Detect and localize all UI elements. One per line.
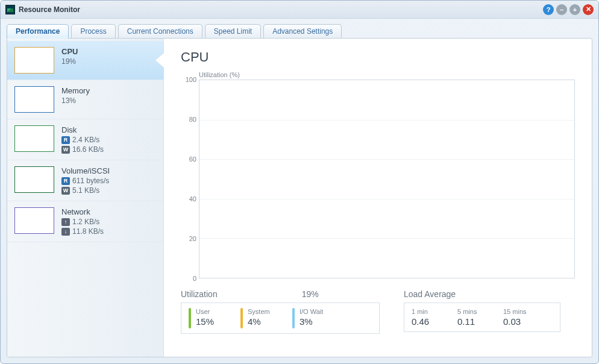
page-title: CPU bbox=[181, 49, 575, 65]
utilization-box: User 15% System 4% bbox=[181, 303, 380, 334]
maximize-button[interactable]: + bbox=[569, 4, 580, 15]
y-tick: 100 bbox=[186, 76, 196, 83]
color-bar-system bbox=[240, 308, 243, 328]
metric-system: System 4% bbox=[240, 308, 284, 328]
tab-current-connections[interactable]: Current Connections bbox=[118, 24, 202, 39]
utilization-section: Utilization 19% User 15% bbox=[181, 289, 380, 334]
y-tick: 80 bbox=[189, 116, 196, 123]
sidebar-item-stat: 19% bbox=[61, 57, 78, 66]
metric-user: User 15% bbox=[189, 308, 232, 328]
read-icon: R bbox=[61, 177, 70, 185]
y-tick: 40 bbox=[189, 195, 196, 202]
sidebar-item-title: Disk bbox=[61, 125, 104, 134]
y-tick: 0 bbox=[193, 275, 196, 282]
load-average-section: Load Average 1 min 0.46 5 mins 0.11 15 m… bbox=[404, 289, 560, 334]
tab-process[interactable]: Process bbox=[71, 24, 115, 39]
sidebar-item-network[interactable]: Network ↑ 1.2 KB/s ↓ 11.8 KB/s bbox=[7, 201, 163, 242]
sidebar-item-title: CPU bbox=[61, 47, 78, 56]
app-icon bbox=[5, 5, 15, 14]
load-average-header-label: Load Average bbox=[404, 289, 456, 299]
chart-axis-label: Utilization (%) bbox=[199, 71, 575, 78]
loadavg-1min: 1 min 0.46 bbox=[412, 308, 447, 327]
loadavg-5min: 5 mins 0.11 bbox=[457, 308, 492, 327]
main-panel: CPU Utilization (%) 100 80 60 40 20 0 bbox=[164, 39, 592, 357]
sidebar-item-title: Network bbox=[61, 207, 104, 216]
sidebar-item-stat: W 5.1 KB/s bbox=[61, 186, 110, 195]
sidebar-item-title: Memory bbox=[61, 86, 90, 95]
help-button[interactable]: ? bbox=[543, 4, 554, 15]
sidebar-item-stat: 13% bbox=[61, 96, 90, 105]
color-bar-io-wait bbox=[292, 308, 295, 328]
cpu-utilization-chart: 100 80 60 40 20 0 bbox=[181, 80, 575, 278]
sidebar-item-stat: R 611 bytes/s bbox=[61, 177, 110, 185]
stats-row: Utilization 19% User 15% bbox=[181, 289, 575, 334]
tab-performance[interactable]: Performance bbox=[7, 24, 69, 39]
metric-io-wait: I/O Wait 3% bbox=[292, 308, 336, 328]
titlebar: Resource Monitor ? – + ✕ bbox=[1, 1, 598, 19]
sidebar-item-stat: W 16.6 KB/s bbox=[61, 145, 104, 154]
tabs: Performance Process Current Connections … bbox=[1, 19, 598, 38]
window-title: Resource Monitor bbox=[19, 5, 80, 14]
read-icon: R bbox=[61, 136, 70, 144]
utilization-header-label: Utilization bbox=[181, 289, 218, 299]
y-tick: 20 bbox=[189, 235, 196, 242]
close-button[interactable]: ✕ bbox=[583, 4, 594, 15]
sidebar-item-title: Volume/iSCSI bbox=[61, 166, 110, 175]
thumbnail-icon bbox=[14, 47, 54, 74]
sidebar-item-volume-iscsi[interactable]: Volume/iSCSI R 611 bytes/s W 5.1 KB/s bbox=[7, 160, 163, 201]
utilization-header-value: 19% bbox=[302, 289, 319, 299]
sidebar-item-stat: ↑ 1.2 KB/s bbox=[61, 218, 104, 226]
client-area: CPU 19% Memory 13% Disk bbox=[7, 38, 592, 357]
upload-icon: ↑ bbox=[61, 218, 70, 226]
sidebar-item-stat: ↓ 11.8 KB/s bbox=[61, 227, 104, 236]
chart-plot-area bbox=[199, 80, 575, 278]
sidebar-item-stat: R 2.4 KB/s bbox=[61, 136, 104, 144]
sidebar-item-disk[interactable]: Disk R 2.4 KB/s W 16.6 KB/s bbox=[7, 119, 163, 160]
y-tick: 60 bbox=[189, 155, 196, 163]
chart-y-axis: 100 80 60 40 20 0 bbox=[181, 80, 199, 278]
color-bar-user bbox=[189, 308, 191, 328]
tab-speed-limit[interactable]: Speed Limit bbox=[205, 24, 261, 39]
minimize-button[interactable]: – bbox=[556, 4, 567, 15]
sidebar: CPU 19% Memory 13% Disk bbox=[7, 39, 164, 357]
tab-advanced-settings[interactable]: Advanced Settings bbox=[263, 24, 342, 39]
thumbnail-icon bbox=[14, 125, 54, 152]
loadavg-15min: 15 mins 0.03 bbox=[503, 308, 538, 327]
thumbnail-icon bbox=[14, 86, 54, 113]
window-controls: ? – + ✕ bbox=[543, 4, 594, 15]
download-icon: ↓ bbox=[61, 228, 70, 236]
load-average-box: 1 min 0.46 5 mins 0.11 15 mins 0.03 bbox=[404, 303, 560, 332]
write-icon: W bbox=[61, 146, 70, 154]
resource-monitor-window: Resource Monitor ? – + ✕ Performance Pro… bbox=[0, 0, 599, 364]
sidebar-item-memory[interactable]: Memory 13% bbox=[7, 80, 163, 119]
sidebar-item-cpu[interactable]: CPU 19% bbox=[7, 41, 163, 80]
thumbnail-icon bbox=[14, 207, 54, 234]
write-icon: W bbox=[61, 187, 70, 195]
thumbnail-icon bbox=[14, 166, 54, 193]
